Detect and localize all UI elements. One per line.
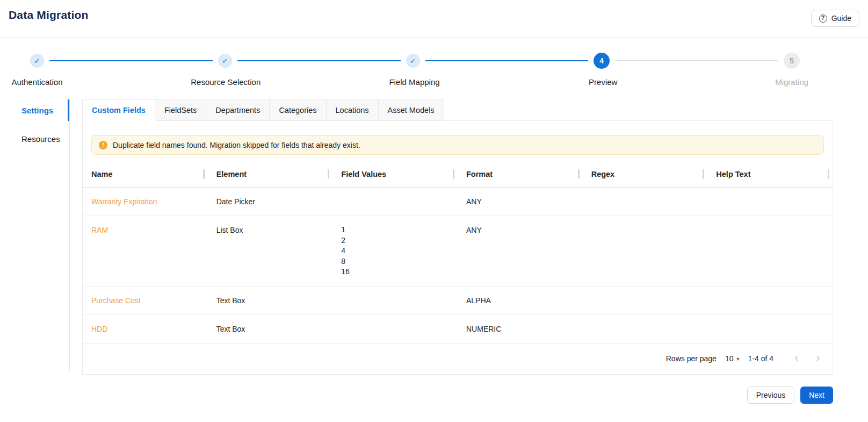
regex-cell <box>583 287 708 314</box>
chevron-right-icon: › <box>816 352 820 364</box>
field-values-cell: 1 2 4 8 16 <box>332 216 458 286</box>
stepper-track: ✓ ✓ ✓ 4 5 <box>0 53 868 69</box>
step-label-authentication: Authentication <box>11 77 62 87</box>
next-page-button[interactable]: › <box>811 352 825 366</box>
field-value-item: 2 <box>341 235 449 246</box>
step-number: 5 <box>790 56 794 65</box>
step-circle-resource-selection[interactable]: ✓ <box>218 54 232 68</box>
rows-per-page-value: 10 <box>725 354 734 363</box>
column-header-format: Format <box>458 161 583 187</box>
chevron-down-icon: ▾ <box>736 356 739 362</box>
element-cell: Text Box <box>208 287 333 314</box>
page-title: Data Migration <box>9 9 89 22</box>
previous-button[interactable]: Previous <box>747 387 794 404</box>
column-header-regex: Regex <box>583 161 708 187</box>
guide-button[interactable]: ? Guide <box>811 10 859 27</box>
help-text-cell <box>707 315 833 343</box>
format-cell: ALPHA <box>458 287 583 314</box>
chevron-left-icon: ‹ <box>794 352 798 364</box>
stepper: ✓ ✓ ✓ 4 5 Authentication Resource Select… <box>0 38 868 90</box>
field-name-link[interactable]: HDD <box>91 325 107 333</box>
tab-custom-fields[interactable]: Custom Fields <box>82 99 155 121</box>
help-text-cell <box>707 188 833 216</box>
table-row: HDD Text Box NUMERIC <box>83 315 833 344</box>
step-connector <box>615 60 778 61</box>
check-icon: ✓ <box>410 57 416 65</box>
step-circle-field-mapping[interactable]: ✓ <box>406 54 420 68</box>
table-row: Purchase Cost Text Box ALPHA <box>83 287 833 315</box>
guide-button-label: Guide <box>831 14 851 23</box>
step-connector <box>425 60 589 61</box>
tab-departments[interactable]: Departments <box>206 99 270 121</box>
help-text-cell <box>707 216 833 286</box>
table-row: RAM List Box 1 2 4 8 16 ANY <box>83 216 833 287</box>
check-icon: ✓ <box>34 57 40 65</box>
field-name-link[interactable]: Warranty Expiration <box>91 197 157 206</box>
element-cell: Text Box <box>208 315 333 343</box>
next-button[interactable]: Next <box>800 387 833 404</box>
pagination-buttons: ‹ › <box>790 352 825 366</box>
pagination-range: 1-4 of 4 <box>748 354 773 363</box>
warning-banner: ! Duplicate field names found. Migration… <box>91 135 824 155</box>
wizard-actions: Previous Next <box>82 387 833 404</box>
column-header-element: Element <box>208 161 333 187</box>
step-label-resource-selection: Resource Selection <box>191 77 261 87</box>
column-resize-handle[interactable] <box>328 169 329 179</box>
field-name-link[interactable]: RAM <box>91 226 108 234</box>
tab-asset-models[interactable]: Asset Models <box>378 99 444 121</box>
warning-icon: ! <box>99 141 107 149</box>
column-resize-handle[interactable] <box>203 169 205 179</box>
format-cell: NUMERIC <box>458 315 583 343</box>
field-values-cell <box>332 315 458 343</box>
main-body: Settings Resources Custom Fields FieldSe… <box>0 99 868 404</box>
step-circle-migrating: 5 <box>784 53 800 69</box>
stepper-labels: Authentication Resource Selection Field … <box>0 77 868 90</box>
column-resize-handle[interactable] <box>578 169 580 179</box>
previous-page-button[interactable]: ‹ <box>790 352 804 366</box>
field-value-item: 16 <box>341 267 449 277</box>
step-connector <box>237 60 401 61</box>
field-value-item: 1 <box>341 225 449 235</box>
step-circle-authentication[interactable]: ✓ <box>30 54 44 68</box>
column-resize-handle[interactable] <box>453 169 454 179</box>
tab-locations[interactable]: Locations <box>326 99 379 121</box>
check-icon: ✓ <box>222 57 228 65</box>
tab-panel: ! Duplicate field names found. Migration… <box>82 120 833 375</box>
field-value-item: 8 <box>341 256 449 267</box>
sidebar: Settings Resources <box>0 99 70 371</box>
warning-text: Duplicate field names found. Migration s… <box>113 141 360 149</box>
tab-categories[interactable]: Categories <box>269 99 326 121</box>
rows-per-page-select[interactable]: 10 ▾ <box>725 354 740 363</box>
regex-cell <box>583 216 708 286</box>
question-circle-icon: ? <box>819 15 827 23</box>
field-values-cell <box>332 287 458 314</box>
rows-per-page-label: Rows per page <box>666 354 717 363</box>
table-header-row: Name Element Field Values Format <box>83 161 833 188</box>
page-header: Data Migration ? Guide <box>0 0 868 38</box>
pagination-bar: Rows per page 10 ▾ 1-4 of 4 ‹ › <box>83 344 833 374</box>
help-text-cell <box>707 287 833 314</box>
column-resize-handle[interactable] <box>828 169 829 179</box>
format-cell: ANY <box>458 216 583 286</box>
sidebar-item-settings[interactable]: Settings <box>0 99 69 121</box>
tab-bar: Custom Fields FieldSets Departments Cate… <box>82 99 833 121</box>
step-label-preview: Preview <box>589 77 617 87</box>
field-value-item: 4 <box>341 246 449 256</box>
element-cell: Date Picker <box>208 188 333 216</box>
column-header-name: Name <box>83 161 208 187</box>
custom-fields-table: Name Element Field Values Format <box>83 161 833 374</box>
tab-fieldsets[interactable]: FieldSets <box>155 99 206 121</box>
column-resize-handle[interactable] <box>703 169 704 179</box>
regex-cell <box>583 315 708 343</box>
step-label-field-mapping: Field Mapping <box>389 77 439 87</box>
sidebar-item-resources[interactable]: Resources <box>0 128 69 149</box>
step-number: 4 <box>599 56 604 65</box>
table-row: Warranty Expiration Date Picker ANY <box>83 188 833 216</box>
field-values-cell <box>332 188 458 216</box>
regex-cell <box>583 188 708 216</box>
element-cell: List Box <box>208 216 333 286</box>
step-circle-preview[interactable]: 4 <box>594 53 610 69</box>
field-name-link[interactable]: Purchase Cost <box>91 296 141 305</box>
step-connector <box>49 60 213 61</box>
column-header-help-text: Help Text <box>707 161 833 187</box>
